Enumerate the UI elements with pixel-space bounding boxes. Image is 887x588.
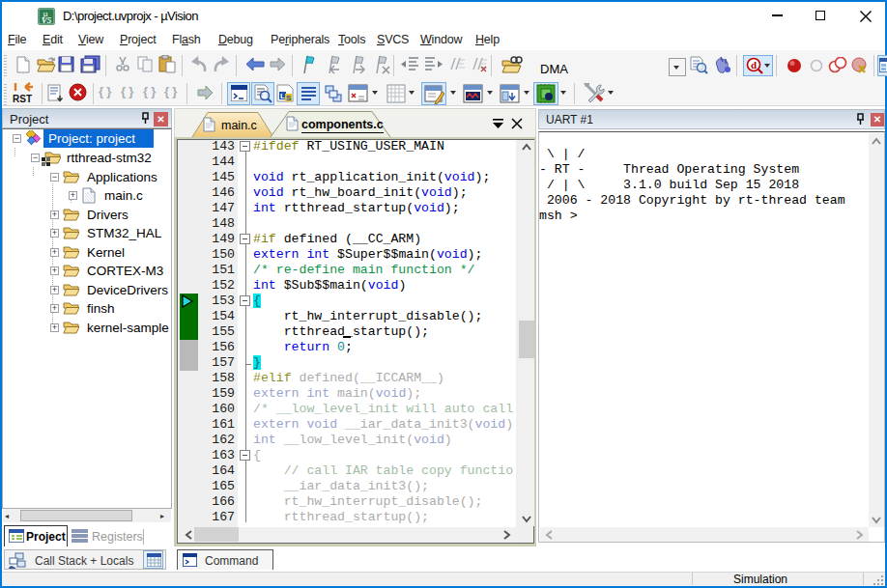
svg-text:L: L (280, 92, 285, 100)
svg-text:d: d (751, 59, 757, 70)
svg-text:RST: RST (13, 94, 32, 104)
svg-text:V5: V5 (42, 15, 52, 25)
svg-text:S: S (286, 94, 292, 102)
